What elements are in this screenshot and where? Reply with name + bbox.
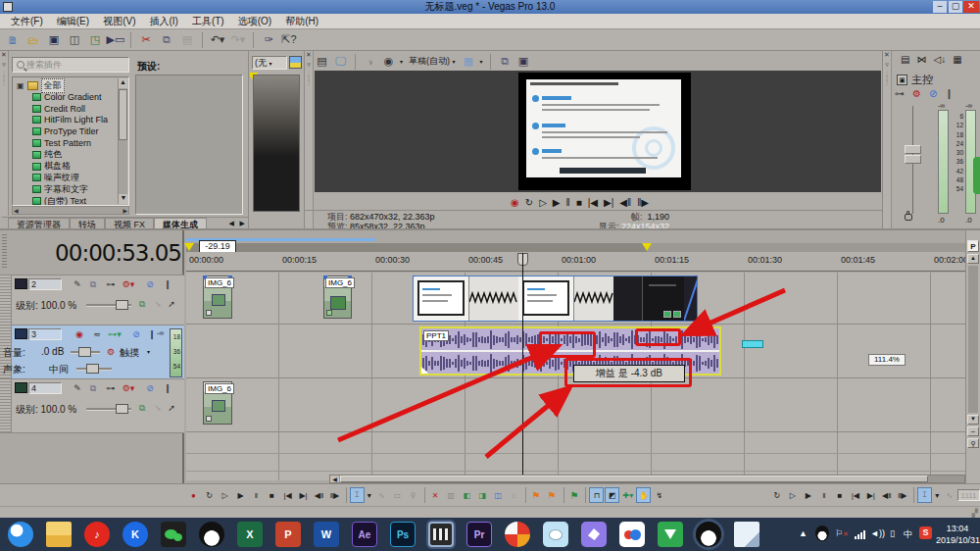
prev-frame-icon[interactable]: ◀‖ bbox=[312, 487, 326, 503]
taskbar-word-icon[interactable]: W bbox=[314, 522, 339, 547]
save-icon[interactable]: ▣ bbox=[45, 31, 63, 48]
loop-play-icon[interactable]: ↻ bbox=[769, 487, 784, 503]
split-icon[interactable]: ◨ bbox=[475, 487, 490, 503]
generator-tree-item[interactable]: 字幕和文字 bbox=[32, 183, 128, 195]
bus-fx-icon[interactable]: ⊶ bbox=[895, 88, 905, 99]
track3-envelope-icon[interactable]: ≂ bbox=[90, 328, 104, 340]
track4-solo-icon[interactable]: ❙ bbox=[161, 382, 174, 394]
generator-tree[interactable]: ▣ 全部 Color GradientCredit RollHitFilm Li… bbox=[12, 76, 129, 206]
fx-preset-dropdown[interactable]: (无 ▾ bbox=[252, 56, 287, 70]
track3-volume-thumb[interactable] bbox=[78, 347, 91, 357]
close-panel-icon[interactable]: ✕ bbox=[305, 51, 313, 59]
cut-icon[interactable]: ✂ bbox=[137, 31, 155, 48]
stop-icon[interactable]: ■ bbox=[832, 487, 847, 503]
tray-show-hidden-icons[interactable]: ▲ bbox=[799, 528, 808, 538]
normal-edit-tool-icon[interactable]: ⌶ bbox=[350, 487, 365, 503]
go-to-end-icon[interactable]: ▶| bbox=[296, 487, 311, 503]
menu-item[interactable]: 工具(T) bbox=[185, 16, 231, 26]
track3-automation-gear-icon[interactable]: ⚙ bbox=[104, 346, 118, 358]
track2-level-thumb[interactable] bbox=[116, 300, 128, 310]
zoom-tool-icon[interactable]: ⚲ bbox=[406, 487, 420, 503]
track4-up-icon[interactable]: ➚ bbox=[165, 402, 178, 414]
insert-command-marker-icon[interactable]: ⚑ bbox=[566, 487, 581, 503]
scroll-down-icon[interactable]: ▼ bbox=[119, 194, 128, 204]
enable-snapping-icon[interactable]: ⊓ bbox=[589, 487, 604, 503]
resize-grip[interactable]: ▞ bbox=[972, 509, 978, 518]
external-monitor-icon[interactable]: 🖵 bbox=[333, 55, 348, 69]
scroll-thumb[interactable] bbox=[119, 89, 127, 140]
generator-tree-item[interactable]: (自带) Text bbox=[32, 195, 128, 206]
tray-ime-icon[interactable]: 中 bbox=[904, 528, 912, 541]
selection-tool-icon[interactable]: ▭ bbox=[390, 487, 405, 503]
track4-number[interactable]: 4 bbox=[28, 382, 62, 394]
trim-end-icon[interactable]: ◧ bbox=[460, 487, 474, 503]
record-icon[interactable]: ◉ bbox=[511, 197, 519, 208]
insert-region-icon[interactable]: ⚑ bbox=[545, 487, 560, 503]
taskbar-rabbit-app-icon[interactable] bbox=[543, 522, 568, 547]
taskbar-netease-music-icon[interactable]: ♪ bbox=[84, 522, 110, 547]
tab-scroll-left-icon[interactable]: ◀ bbox=[229, 220, 234, 227]
taskbar-notepad-icon[interactable] bbox=[734, 522, 760, 547]
time-ruler[interactable]: 00:00:0000:00:1500:00:3000:00:4500:01:00… bbox=[186, 252, 965, 272]
auto-ripple-icon[interactable]: ◩ bbox=[605, 487, 619, 503]
track4-mute-icon[interactable]: ⊘ bbox=[143, 382, 157, 394]
header-grip[interactable] bbox=[2, 232, 7, 268]
mute-icon[interactable]: ⊘ bbox=[929, 88, 937, 99]
taskbar-pinwheel-app-icon[interactable] bbox=[505, 522, 530, 547]
insert-fx-icon[interactable]: ⋈ bbox=[916, 54, 926, 65]
meter-left[interactable] bbox=[938, 110, 949, 214]
track4-level-thumb[interactable] bbox=[116, 404, 128, 414]
track2-number[interactable]: 2 bbox=[28, 278, 62, 290]
taskbar-premiere-icon[interactable]: Pr bbox=[466, 522, 492, 547]
clip-video-long[interactable] bbox=[413, 276, 698, 322]
track3-mute-icon[interactable]: ⊘ bbox=[129, 328, 143, 340]
new-project-icon[interactable]: 🗎 bbox=[4, 31, 22, 48]
scroll-right-icon[interactable]: ▶ bbox=[122, 207, 127, 214]
import-media-icon[interactable]: ▶▭ bbox=[107, 31, 124, 48]
taskbar-qq-icon[interactable] bbox=[199, 522, 224, 547]
insert-marker-icon[interactable]: ⚑ bbox=[529, 487, 544, 503]
playhead-cursor[interactable] bbox=[522, 253, 523, 476]
track2-mute-icon[interactable]: ⊘ bbox=[143, 278, 157, 290]
animate-icon[interactable] bbox=[289, 56, 302, 69]
track3-volume-value[interactable]: .0 dB bbox=[41, 346, 64, 357]
taskbar-wps-icon[interactable] bbox=[658, 522, 683, 547]
prev-frame-icon[interactable]: ◀‖ bbox=[879, 487, 894, 503]
bus-icon[interactable]: ▣ bbox=[897, 75, 907, 85]
loop-play-icon[interactable]: ↻ bbox=[202, 487, 217, 503]
clip-img-track2-b[interactable]: IMG_6 bbox=[323, 276, 352, 319]
downmix-icon[interactable]: ◁↓ bbox=[933, 54, 946, 65]
track2-solo-icon[interactable]: ❙ bbox=[161, 278, 174, 290]
panel-grip[interactable]: ⋮⋮⋮ bbox=[883, 73, 891, 84]
track2-bypass-motion-icon[interactable]: ✎ bbox=[71, 278, 84, 290]
lock-event-icon[interactable]: ⌂ bbox=[507, 487, 521, 503]
track3-meter[interactable]: 183654 bbox=[170, 328, 182, 377]
play-icon[interactable]: ▶ bbox=[233, 487, 248, 503]
track4-header[interactable]: 4 ✎ ⧉ ⊶ ⚙▾ ⊘ ❙ 级别: 100.0 % ⧉ ➘ ➚ bbox=[0, 379, 184, 433]
record-icon[interactable]: ● bbox=[186, 487, 201, 503]
project-media-p-button[interactable]: P bbox=[967, 240, 979, 252]
go-to-end-icon[interactable]: ▶| bbox=[604, 197, 613, 208]
close-panel-icon[interactable]: ✕ bbox=[883, 51, 891, 59]
normal-edit-tool-icon[interactable]: ⌶ bbox=[917, 487, 932, 503]
zoom-out-icon[interactable]: − bbox=[967, 426, 979, 436]
lock-fader-icon[interactable] bbox=[905, 214, 912, 221]
edit-tool-dropdown-icon[interactable]: ▾ bbox=[933, 487, 941, 503]
track4-down-icon[interactable]: ➘ bbox=[151, 402, 165, 414]
taskbar-wechat-icon[interactable] bbox=[161, 522, 186, 547]
scroll-up-icon[interactable]: ▲ bbox=[967, 254, 979, 264]
taskbar-vegas-pro-icon[interactable] bbox=[428, 522, 454, 547]
minimize-button[interactable]: – bbox=[933, 1, 947, 13]
menu-item[interactable]: 视图(V) bbox=[96, 16, 142, 26]
menu-item[interactable]: 插入(I) bbox=[142, 16, 184, 26]
track4-fx-icon[interactable]: ⊶ bbox=[104, 382, 118, 394]
generator-tree-item[interactable]: 纯色 bbox=[32, 149, 128, 161]
tray-action-center-icon[interactable]: ⚐✕ bbox=[835, 528, 849, 538]
loop-region-bar[interactable] bbox=[186, 243, 647, 252]
tray-volume-icon[interactable]: ◄)) bbox=[870, 528, 885, 538]
menu-item[interactable]: 帮助(H) bbox=[278, 16, 325, 26]
master-fader-handle2[interactable] bbox=[905, 155, 921, 164]
tray-network-icon[interactable] bbox=[855, 530, 865, 539]
split-screen-icon[interactable]: ◑ bbox=[363, 55, 377, 69]
clip-img-track4[interactable]: IMG_6 bbox=[203, 381, 232, 425]
